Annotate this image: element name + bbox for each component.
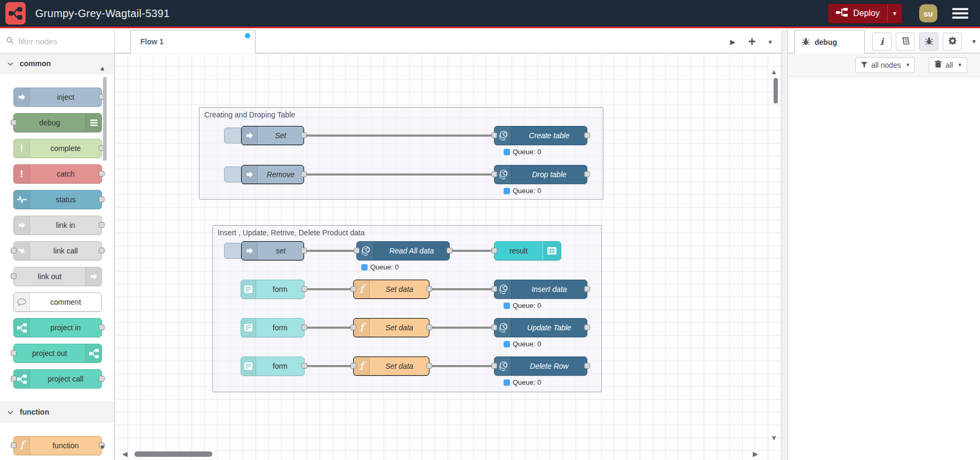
port[interactable] <box>11 350 17 356</box>
wire[interactable] <box>305 327 353 329</box>
port[interactable] <box>11 248 17 253</box>
add-flow-button[interactable]: + <box>748 35 755 48</box>
canvas-scroll-down-icon[interactable]: ▼ <box>770 434 777 441</box>
palette-category-function[interactable]: function <box>0 402 114 422</box>
palette-node-link-call[interactable]: link call <box>13 241 102 260</box>
flow-node-update-table[interactable]: Update Table <box>494 318 587 337</box>
port[interactable] <box>99 196 105 202</box>
flow-node-set-data-1[interactable]: f Set data <box>353 280 429 299</box>
debug-messages-panel[interactable] <box>788 77 980 460</box>
port[interactable] <box>99 376 105 382</box>
port[interactable] <box>426 286 432 292</box>
port[interactable] <box>301 363 307 369</box>
flow-node-set-inject[interactable]: Set <box>241 126 304 145</box>
debug-tab-button[interactable] <box>919 33 938 51</box>
wire[interactable] <box>304 173 497 176</box>
palette-node-comment[interactable]: comment <box>13 292 102 312</box>
palette-node-project-in[interactable]: project in <box>13 318 102 337</box>
port[interactable] <box>301 132 307 138</box>
canvas-scroll-up-icon[interactable]: ▲ <box>770 68 777 75</box>
flow-list-chevron-icon[interactable]: ▾ <box>768 38 772 46</box>
port[interactable] <box>301 248 307 253</box>
wire[interactable] <box>304 250 356 252</box>
flow-node-set-data-2[interactable]: f Set data <box>353 318 429 337</box>
inject-button[interactable] <box>224 128 242 144</box>
flow-node-remove-inject[interactable]: Remove <box>241 165 304 184</box>
filter-nodes-input[interactable] <box>18 37 98 46</box>
tab-scroll-right-icon[interactable]: ▶ <box>730 38 735 46</box>
user-avatar[interactable]: su <box>919 4 937 22</box>
port[interactable] <box>491 248 497 253</box>
debug-clear-button[interactable]: all ▾ <box>929 57 967 73</box>
port[interactable] <box>301 286 307 292</box>
port[interactable] <box>491 363 497 369</box>
palette-node-project-call[interactable]: project call <box>13 369 102 388</box>
deploy-button[interactable]: Deploy ▾ <box>828 4 902 23</box>
palette-scroll-up-icon[interactable]: ▲ <box>99 65 106 72</box>
flow-node-drop-table[interactable]: Drop table <box>494 165 587 184</box>
group-creating-dropping-table[interactable]: Creating and Droping Table <box>199 107 603 200</box>
port[interactable] <box>11 273 17 279</box>
help-tab-button[interactable] <box>896 33 915 51</box>
port[interactable] <box>350 324 356 330</box>
port[interactable] <box>11 120 17 125</box>
canvas-hscrollbar-thumb[interactable] <box>134 451 212 457</box>
port[interactable] <box>350 286 356 292</box>
flow-node-create-table[interactable]: Create table <box>494 126 587 145</box>
port[interactable] <box>99 324 105 330</box>
sidebar-menu-chevron-icon[interactable]: ▾ <box>972 37 976 45</box>
port[interactable] <box>350 363 356 369</box>
port[interactable] <box>99 248 105 253</box>
info-tab-button[interactable]: i <box>872 33 891 51</box>
tab-debug[interactable]: debug <box>794 30 865 53</box>
port[interactable] <box>99 171 105 177</box>
flow-node-result[interactable]: result <box>494 241 561 260</box>
palette-node-complete[interactable]: ! complete <box>13 139 102 158</box>
wire[interactable] <box>304 134 497 137</box>
port[interactable] <box>491 286 497 292</box>
palette-node-status[interactable]: status <box>13 190 102 209</box>
port[interactable] <box>491 171 497 177</box>
port[interactable] <box>301 324 307 330</box>
port[interactable] <box>301 171 307 177</box>
palette-node-function[interactable]: f function <box>13 436 102 455</box>
port[interactable] <box>584 363 590 369</box>
port[interactable] <box>354 248 360 253</box>
flow-node-set-data-3[interactable]: f Set data <box>353 356 429 376</box>
canvas-scroll-left-icon[interactable]: ◀ <box>122 450 128 457</box>
port[interactable] <box>426 324 432 330</box>
palette-node-link-out[interactable]: link out <box>13 267 102 286</box>
inject-button[interactable] <box>224 243 242 259</box>
debug-filter-button[interactable]: all nodes ▾ <box>855 57 915 73</box>
flow-node-delete-row[interactable]: Delete Row <box>494 356 587 376</box>
wire[interactable] <box>429 365 497 367</box>
flow-node-read-all-data[interactable]: Read All data <box>356 241 450 260</box>
palette-category-common[interactable]: common <box>0 53 114 74</box>
port[interactable] <box>447 248 452 253</box>
flow-node-set-inject-2[interactable]: set <box>241 241 304 260</box>
flow-node-form-2[interactable]: form <box>241 318 305 337</box>
port[interactable] <box>584 286 590 292</box>
port[interactable] <box>491 324 497 330</box>
port[interactable] <box>426 363 432 369</box>
palette-scrollbar-thumb[interactable] <box>103 77 107 161</box>
port[interactable] <box>584 324 590 330</box>
palette-node-inject[interactable]: inject <box>13 88 102 107</box>
wire[interactable] <box>450 250 497 252</box>
port[interactable] <box>491 132 497 138</box>
flow-node-form-3[interactable]: form <box>241 356 305 376</box>
config-tab-button[interactable] <box>943 33 962 51</box>
deploy-options-chevron-icon[interactable]: ▾ <box>887 4 902 23</box>
wire[interactable] <box>305 288 353 290</box>
wire[interactable] <box>429 288 497 290</box>
port[interactable] <box>11 376 17 382</box>
port[interactable] <box>584 171 590 177</box>
wire[interactable] <box>429 327 497 329</box>
inject-button[interactable] <box>224 166 242 183</box>
palette-node-debug[interactable]: debug <box>13 113 102 132</box>
sidebar-resize-handle[interactable] <box>782 30 788 460</box>
main-menu-button[interactable] <box>952 8 968 19</box>
flow-canvas[interactable]: Creating and Droping Table Set <box>115 53 782 460</box>
canvas-vscrollbar-thumb[interactable] <box>774 78 778 104</box>
palette-node-catch[interactable]: ! catch <box>13 164 102 184</box>
